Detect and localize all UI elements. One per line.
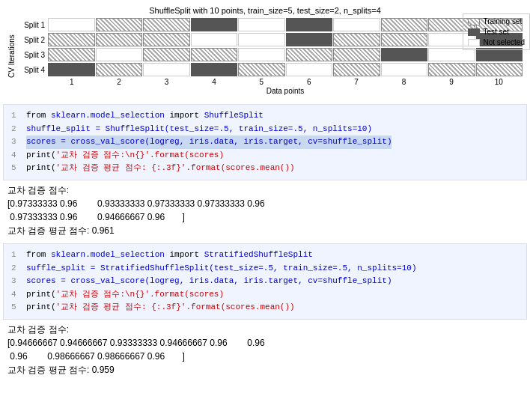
line-number: 1 bbox=[11, 249, 22, 262]
bar-cell-training bbox=[96, 18, 143, 31]
bar-cell-not-selected bbox=[48, 18, 95, 31]
code-line: 4print('교차 검증 점수:\n{}'.format(scores) bbox=[11, 288, 519, 302]
splits-area: Split 1Split 2Split 3Split 4 bbox=[19, 18, 523, 76]
bar-cell-training bbox=[191, 48, 238, 61]
split-row: Split 3 bbox=[19, 48, 523, 61]
code-token: '교차 검증 평균 점수: {:.3f}'.format(scores.mean… bbox=[56, 162, 295, 175]
code-line: 5print('교차 검증 평균 점수: {:.3f}'.format(scor… bbox=[11, 162, 519, 175]
bar-cell-not-selected bbox=[238, 18, 285, 31]
bar-cell-training bbox=[381, 18, 428, 31]
code-token: from bbox=[26, 109, 51, 123]
legend-label-test: Test set bbox=[483, 28, 508, 36]
bar-cell-training bbox=[48, 48, 95, 61]
x-tick: 2 bbox=[95, 78, 142, 86]
bar-cell-test bbox=[286, 18, 333, 31]
code-token: StratifiedShuffleSplit bbox=[204, 249, 313, 262]
bar-cell-training bbox=[143, 18, 190, 31]
legend: Training set Test set Not selected bbox=[463, 13, 530, 50]
bar-cell-test bbox=[286, 33, 333, 46]
output-section-1: 교차 검증 점수:[0.97333333 0.96 0.93333333 0.9… bbox=[7, 183, 523, 237]
bar-cell-not-selected bbox=[143, 63, 190, 76]
legend-label-training: Training set bbox=[483, 17, 522, 25]
bar-cell-training bbox=[381, 33, 428, 46]
code-line: 1from sklearn.model_selection import Str… bbox=[11, 249, 519, 262]
x-tick: 6 bbox=[285, 78, 332, 86]
split-bars bbox=[48, 33, 523, 46]
line-number: 5 bbox=[11, 162, 22, 175]
bar-cell-training bbox=[333, 48, 380, 61]
code-token: '교차 검증 평균 점수: {:.3f}'.format(scores.mean… bbox=[56, 301, 295, 314]
code-token: from bbox=[26, 249, 51, 262]
x-tick: 10 bbox=[475, 78, 523, 86]
line-number: 4 bbox=[11, 288, 22, 302]
bar-cell-training bbox=[96, 33, 143, 46]
legend-label-not-selected: Not selected bbox=[483, 38, 525, 46]
bar-cell-training bbox=[333, 63, 380, 76]
x-tick: 3 bbox=[143, 78, 190, 86]
x-axis: 12345678910 bbox=[48, 78, 523, 86]
line-number: 3 bbox=[11, 136, 22, 149]
code-line: 2suffle_split = StratifiedShuffleSplit(t… bbox=[11, 262, 519, 276]
x-tick: 4 bbox=[190, 78, 237, 86]
legend-item-not-selected: Not selected bbox=[468, 38, 525, 46]
x-tick: 7 bbox=[332, 78, 380, 86]
output-line: 0.97333333 0.96 0.94666667 0.96 ] bbox=[7, 210, 523, 224]
code-token: sklearn.model_selection bbox=[51, 249, 165, 262]
code-token: shuffle_split = ShuffleSplit(test_size=.… bbox=[26, 123, 372, 136]
output-line: 0.96 0.98666667 0.98666667 0.96 ] bbox=[7, 350, 523, 363]
code-token: '교차 검증 점수:\n{}'.format(scores) bbox=[56, 149, 224, 162]
legend-box-not-selected bbox=[468, 39, 480, 46]
code-token: ShuffleSplit bbox=[204, 109, 264, 123]
code-token: suffle_split = StratifiedShuffleSplit(te… bbox=[26, 262, 417, 276]
bar-cell-training bbox=[143, 48, 190, 61]
code-token: '교차 검증 점수:\n{}'.format(scores) bbox=[56, 288, 224, 302]
split-row: Split 4 bbox=[19, 63, 523, 76]
split-bars bbox=[48, 18, 523, 31]
code-line: 1from sklearn.model_selection import Shu… bbox=[11, 109, 519, 123]
bar-cell-not-selected bbox=[286, 63, 333, 76]
code-line: 3scores = cross_val_score(logreg, iris.d… bbox=[11, 136, 519, 149]
code-line: 5print('교차 검증 평균 점수: {:.3f}'.format(scor… bbox=[11, 301, 519, 314]
x-tick: 1 bbox=[48, 78, 95, 86]
output-line: 교차 검증 평균 점수: 0.959 bbox=[7, 363, 523, 377]
line-number: 2 bbox=[11, 262, 22, 276]
line-number: 5 bbox=[11, 301, 22, 314]
bar-cell-not-selected bbox=[96, 48, 143, 61]
bar-cell-not-selected bbox=[191, 33, 238, 46]
output-line: 교차 검증 평균 점수: 0.961 bbox=[7, 224, 523, 237]
chart-inner: Split 1Split 2Split 3Split 4 12345678910… bbox=[19, 18, 523, 95]
code-token: print( bbox=[26, 288, 56, 302]
bar-cell-training bbox=[428, 63, 475, 76]
code-token: print( bbox=[26, 149, 56, 162]
x-tick: 8 bbox=[380, 78, 427, 86]
bar-cell-training bbox=[333, 33, 380, 46]
bar-cell-training bbox=[476, 63, 523, 76]
code-token: print( bbox=[26, 162, 56, 175]
chart-title: ShuffleSplit with 10 points, train_size=… bbox=[7, 6, 523, 15]
split-row: Split 2 bbox=[19, 33, 523, 46]
bar-cell-not-selected bbox=[381, 63, 428, 76]
code-line: 2shuffle_split = ShuffleSplit(test_size=… bbox=[11, 123, 519, 136]
output-line: [0.97333333 0.96 0.93333333 0.97333333 0… bbox=[7, 197, 523, 210]
bar-cell-test bbox=[191, 63, 238, 76]
code-token: scores = cross_val_score(logreg, iris.da… bbox=[26, 136, 392, 149]
bar-cell-not-selected bbox=[333, 18, 380, 31]
code-token: print( bbox=[26, 301, 56, 314]
code-block-1: 1from sklearn.model_selection import Shu… bbox=[3, 104, 527, 180]
x-axis-label: Data points bbox=[48, 87, 523, 95]
legend-item-test: Test set bbox=[468, 28, 525, 36]
legend-box-test bbox=[468, 28, 480, 36]
line-number: 2 bbox=[11, 123, 22, 136]
output-line: 교차 검증 점수: bbox=[7, 183, 523, 197]
code-token: import bbox=[165, 249, 204, 262]
code-token: sklearn.model_selection bbox=[51, 109, 165, 123]
code-line: 3scores = cross_val_score(logreg, iris.d… bbox=[11, 275, 519, 288]
output-line: 교차 검증 점수: bbox=[7, 323, 523, 336]
code-block-2: 1from sklearn.model_selection import Str… bbox=[3, 243, 527, 320]
code-token: import bbox=[165, 109, 204, 123]
line-number: 1 bbox=[11, 109, 22, 123]
chart-container: CV Iterations Split 1Split 2Split 3Split… bbox=[7, 18, 523, 95]
x-tick: 9 bbox=[427, 78, 475, 86]
bar-cell-training bbox=[286, 48, 333, 61]
split-label: Split 4 bbox=[19, 66, 48, 74]
